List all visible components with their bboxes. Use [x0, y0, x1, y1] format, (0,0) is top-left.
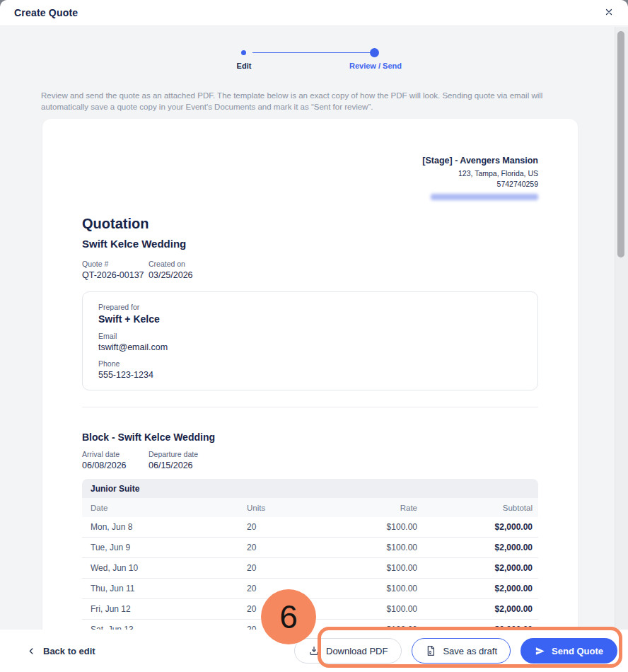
download-pdf-button[interactable]: Download PDF — [294, 638, 402, 664]
table-row: Tue, Jun 9 20 $100.00 $2,000.00 — [82, 538, 538, 558]
cell-units: 20 — [247, 522, 344, 532]
cell-date: Tue, Jun 9 — [82, 543, 247, 552]
venue-address: 123, Tampa, Florida, US — [82, 169, 538, 178]
step-dot-edit — [241, 50, 246, 55]
table-header-row: Date Units Rate Subtotal — [82, 498, 538, 517]
created-on-value: 03/25/2026 — [149, 270, 215, 280]
chevron-left-icon — [27, 647, 36, 656]
cell-units: 20 — [247, 604, 344, 614]
cell-date: Wed, Jun 10 — [82, 563, 247, 573]
created-on-field: Created on 03/25/2026 — [149, 260, 215, 280]
scrollbar-track[interactable] — [615, 27, 628, 672]
cell-date: Fri, Jun 12 — [82, 604, 247, 614]
back-to-edit-button[interactable]: Back to edit — [27, 646, 95, 656]
quote-number-value: QT-2026-00137 — [82, 270, 149, 280]
stepper: Edit Review / Send — [0, 26, 628, 76]
cell-subtotal: $2,000.00 — [441, 522, 538, 532]
venue-name: [Stage] - Avengers Mansion — [82, 156, 538, 166]
cell-subtotal: $2,000.00 — [441, 543, 538, 552]
step-label-edit[interactable]: Edit — [237, 62, 252, 70]
column-header-units: Units — [247, 504, 344, 512]
email-label: Email — [98, 332, 522, 340]
modal-title: Create Quote — [14, 7, 78, 18]
departure-date-value: 06/15/2026 — [149, 460, 215, 470]
cell-units: 20 — [247, 563, 344, 573]
cell-rate: $100.00 — [344, 522, 441, 532]
send-icon — [535, 646, 545, 656]
arrival-date-label: Arrival date — [82, 450, 149, 458]
block-title: Block - Swift Kelce Wedding — [82, 431, 538, 443]
venue-block: [Stage] - Avengers Mansion 123, Tampa, F… — [82, 156, 538, 200]
prepared-for-card: Prepared for Swift + Kelce Email tswift@… — [82, 291, 538, 390]
table-row: Wed, Jun 10 20 $100.00 $2,000.00 — [82, 558, 538, 579]
client-email-field: Email tswift@email.com — [98, 332, 522, 352]
cell-units: 20 — [247, 584, 344, 593]
cell-date: Thu, Jun 11 — [82, 584, 247, 593]
cell-rate: $100.00 — [344, 563, 441, 573]
step-connector-line — [252, 52, 371, 54]
phone-label: Phone — [98, 359, 522, 368]
download-icon — [308, 645, 320, 656]
quote-number-field: Quote # QT-2026-00137 — [82, 260, 149, 280]
save-as-draft-label: Save as draft — [443, 646, 497, 656]
create-quote-modal: Create Quote Edit Review / Send Review a… — [0, 0, 628, 672]
intro-text: Review and send the quote as an attached… — [41, 90, 591, 112]
back-to-edit-label: Back to edit — [43, 646, 95, 656]
cell-units: 20 — [247, 543, 344, 552]
quote-meta: Quote # QT-2026-00137 Created on 03/25/2… — [82, 260, 538, 280]
table-row: Mon, Jun 8 20 $100.00 $2,000.00 — [82, 517, 538, 538]
scrollbar-thumb[interactable] — [617, 31, 624, 257]
arrival-date-field: Arrival date 06/08/2026 — [82, 450, 149, 470]
step-dot-review-send — [370, 48, 379, 57]
step-label-review-send[interactable]: Review / Send — [349, 62, 402, 70]
quotation-title: Quotation — [82, 216, 538, 232]
prepared-for-label: Prepared for — [98, 303, 522, 311]
column-header-rate: Rate — [344, 504, 441, 512]
close-icon — [604, 7, 614, 19]
cell-rate: $100.00 — [344, 584, 441, 593]
send-quote-button[interactable]: Send Quote — [521, 638, 617, 664]
venue-website-link-redacted[interactable] — [431, 194, 538, 200]
created-on-label: Created on — [149, 260, 215, 268]
departure-date-label: Departure date — [149, 450, 215, 458]
arrival-date-value: 06/08/2026 — [82, 460, 149, 470]
cell-subtotal: $2,000.00 — [441, 584, 538, 593]
column-header-subtotal: Subtotal — [441, 504, 538, 512]
venue-phone: 5742740259 — [82, 180, 538, 188]
section-divider — [82, 407, 538, 407]
quote-number-label: Quote # — [82, 260, 149, 268]
download-pdf-label: Download PDF — [326, 646, 388, 656]
quote-preview-card: [Stage] - Avengers Mansion 123, Tampa, F… — [42, 119, 578, 672]
phone-value: 555-123-1234 — [98, 370, 522, 380]
footer-bar: Back to edit Download PDF Save as draft … — [0, 630, 628, 672]
send-quote-label: Send Quote — [552, 646, 603, 656]
cell-subtotal: $2,000.00 — [441, 563, 538, 573]
rate-table-body: Mon, Jun 8 20 $100.00 $2,000.00 Tue, Jun… — [82, 517, 538, 640]
column-header-date: Date — [82, 504, 247, 512]
client-phone-field: Phone 555-123-1234 — [98, 359, 522, 380]
rate-table: Junior Suite Date Units Rate Subtotal Mo… — [82, 479, 538, 640]
footer-actions: Download PDF Save as draft Send Quote — [294, 638, 628, 664]
table-row: Fri, Jun 12 20 $100.00 $2,000.00 — [82, 599, 538, 620]
cell-date: Mon, Jun 8 — [82, 522, 247, 532]
table-row: Thu, Jun 11 20 $100.00 $2,000.00 — [82, 579, 538, 599]
modal-header: Create Quote — [0, 0, 628, 26]
block-dates: Arrival date 06/08/2026 Departure date 0… — [82, 450, 538, 470]
save-as-draft-button[interactable]: Save as draft — [412, 638, 511, 664]
email-value: tswift@email.com — [98, 342, 522, 352]
cell-rate: $100.00 — [344, 604, 441, 614]
departure-date-field: Departure date 06/15/2026 — [149, 450, 215, 470]
cell-rate: $100.00 — [344, 543, 441, 552]
draft-file-icon — [425, 645, 436, 656]
client-name: Swift + Kelce — [98, 313, 522, 325]
room-type-header: Junior Suite — [82, 479, 538, 498]
close-button[interactable] — [601, 5, 617, 21]
event-name: Swift Kelce Wedding — [82, 238, 538, 250]
cell-subtotal: $2,000.00 — [441, 604, 538, 614]
